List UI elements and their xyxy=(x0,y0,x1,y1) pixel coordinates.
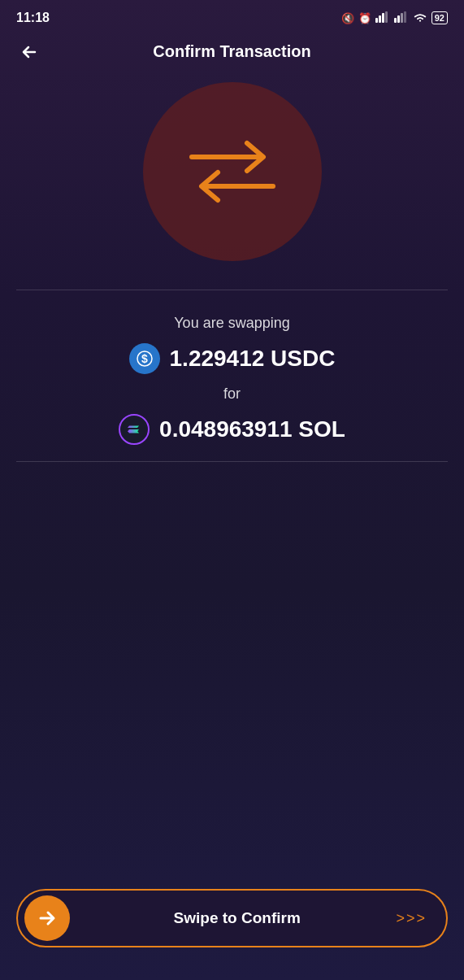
svg-rect-4 xyxy=(394,18,397,23)
signal-icon xyxy=(375,11,390,25)
swipe-arrow-circle xyxy=(24,895,70,941)
status-bar: 11:18 🔇 ⏰ xyxy=(0,0,464,33)
swipe-label: Swipe to Confirm xyxy=(70,909,396,927)
svg-rect-3 xyxy=(385,11,388,23)
swap-arrows-icon xyxy=(176,131,289,212)
from-amount: 1.229412 USDC xyxy=(170,346,336,372)
status-time: 11:18 xyxy=(16,11,50,25)
svg-rect-5 xyxy=(397,15,400,23)
divider-top xyxy=(16,290,448,290)
to-amount-row: 0.048963911 SOL xyxy=(119,414,345,445)
from-amount-row: $ 1.229412 USDC xyxy=(129,343,336,374)
svg-rect-7 xyxy=(404,11,406,23)
header: Confirm Transaction xyxy=(0,33,464,74)
svg-rect-1 xyxy=(379,15,381,23)
svg-text:$: $ xyxy=(141,352,148,365)
svg-rect-6 xyxy=(401,13,403,23)
page-title: Confirm Transaction xyxy=(16,42,448,61)
signal2-icon xyxy=(394,11,409,25)
to-amount: 0.048963911 SOL xyxy=(159,416,345,442)
swap-info: You are swapping $ 1.229412 USDC for xyxy=(16,315,448,445)
alarm-icon: ⏰ xyxy=(358,12,371,24)
swap-icon-circle xyxy=(143,82,322,261)
for-label: for xyxy=(223,385,241,403)
back-button[interactable] xyxy=(16,39,42,65)
arrow-right-icon xyxy=(36,907,59,930)
divider-bottom xyxy=(16,461,448,462)
mute-icon: 🔇 xyxy=(341,12,354,24)
swipe-confirm-button[interactable]: Swipe to Confirm >>> xyxy=(16,889,448,947)
sol-icon xyxy=(119,414,150,445)
svg-rect-2 xyxy=(382,13,384,23)
status-icons: 🔇 ⏰ 92 xyxy=(341,11,448,25)
swipe-chevrons: >>> xyxy=(396,910,427,927)
usdc-icon: $ xyxy=(129,343,160,374)
swap-description: You are swapping xyxy=(174,315,289,332)
svg-rect-0 xyxy=(375,18,378,23)
battery-icon: 92 xyxy=(431,11,448,24)
bottom-area: Swipe to Confirm >>> xyxy=(16,889,448,947)
main-content: You are swapping $ 1.229412 USDC for xyxy=(0,74,464,470)
wifi-icon xyxy=(413,11,427,25)
